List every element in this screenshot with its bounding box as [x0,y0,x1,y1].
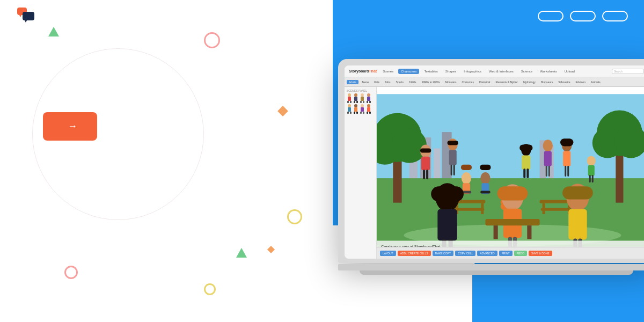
char-thumb[interactable] [360,104,365,114]
svg-point-32 [367,104,370,107]
sb-btn-save-done[interactable]: SAVE & DONE [529,251,552,256]
sb-toolbar-1940s[interactable]: 1940s [407,80,419,84]
sb-toolbar-silhouette[interactable]: Silhouette [556,80,572,84]
svg-point-88 [543,140,553,151]
svg-rect-91 [548,166,550,177]
sb-bottom-bar: LAYOUT ADD / CREATE CELLS MAKE COPY COPY… [377,247,644,259]
sb-tab-textables[interactable]: Textables [421,69,440,74]
logo[interactable] [16,6,40,26]
svg-rect-31 [363,112,364,114]
sb-tab-scenes[interactable]: Scenes [380,69,396,74]
sb-btn-copy-cell[interactable]: COPY CELL [455,251,475,256]
sb-btn-add-cells[interactable]: ADD / CREATE CELLS [398,251,431,256]
svg-rect-69 [453,165,455,175]
sb-btn-make-copy[interactable]: MAKE COPY [433,251,454,256]
sb-btn-redo[interactable]: REDO [514,251,527,256]
svg-rect-34 [367,112,368,114]
logo-icon [16,6,35,26]
svg-rect-85 [523,169,525,178]
login-button[interactable] [602,11,628,21]
svg-rect-110 [497,186,528,200]
svg-rect-98 [588,165,595,176]
sb-tab-upload[interactable]: Upload [562,69,577,74]
svg-rect-117 [494,225,498,239]
sb-toolbar-jobs[interactable]: Jobs [383,80,393,84]
svg-point-24 [354,104,357,107]
svg-rect-63 [423,170,425,179]
sb-toolbar-teens[interactable]: Teens [360,80,371,84]
nav-buttons [538,11,628,21]
svg-rect-6 [347,101,349,103]
sb-toolbar-elements[interactable]: Elements & Mythic [493,80,519,84]
svg-rect-64 [426,170,428,179]
laptop-mockup: StoryboardThat Scenes Characters Textabl… [327,27,644,306]
svg-rect-94 [565,166,566,177]
svg-rect-70 [448,141,458,145]
sb-btn-print[interactable]: PRINT [499,251,513,256]
svg-point-12 [361,93,364,97]
svg-rect-39 [434,148,440,181]
sb-main-canvas: Create your own at StoryboardThat LAYOUT… [377,87,644,259]
svg-rect-118 [527,225,531,239]
sb-nav-tabs: Scenes Characters Textables Shapes Infog… [380,69,577,74]
svg-rect-21 [348,107,351,112]
sb-toolbar-dinosaurs[interactable]: Dinosaurs [539,80,555,84]
svg-rect-14 [360,101,362,103]
sb-toolbar-1990s[interactable]: 1990s to 2000s [420,80,442,84]
svg-rect-9 [354,97,357,101]
sb-toolbar-edutoon[interactable]: Edutoon [573,80,588,84]
svg-rect-102 [437,209,457,241]
sb-toolbar-adults[interactable]: Adults [347,80,358,84]
sb-tab-web[interactable]: Web & Interfaces [486,69,516,74]
svg-rect-58 [541,208,572,211]
svg-rect-100 [592,175,594,182]
svg-rect-68 [451,165,452,175]
svg-rect-74 [461,165,472,170]
svg-rect-99 [589,175,591,182]
svg-rect-78 [480,165,491,170]
char-thumb[interactable] [347,93,352,103]
svg-rect-17 [367,97,370,101]
svg-point-4 [348,93,351,97]
sb-toolbar-costumes[interactable]: Costumes [459,80,476,84]
char-thumb[interactable] [347,104,352,114]
svg-rect-86 [526,169,529,178]
sb-toolbar-animals[interactable]: Animals [589,80,603,84]
sb-tab-worksheets[interactable]: Worksheets [537,69,560,74]
sb-tab-characters[interactable]: Characters [398,69,419,74]
sb-toolbar-monsters[interactable]: Monsters [443,80,459,84]
sb-btn-layout[interactable]: LAYOUT [380,251,396,256]
sb-search-box[interactable]: Search [612,69,644,74]
deco-diamond-salmon [267,246,275,253]
sb-content-area: SCENES PANEL [345,87,644,259]
sb-toolbar-mythology[interactable]: Mythology [521,80,538,84]
sb-toolbar-historical[interactable]: Historical [477,80,493,84]
char-thumb[interactable] [353,93,358,103]
sb-tab-science[interactable]: Science [518,69,535,74]
char-thumb[interactable] [353,104,358,114]
svg-rect-27 [356,112,358,114]
sb-tab-shapes[interactable]: Shapes [443,69,459,74]
svg-point-28 [361,104,364,107]
svg-rect-30 [360,112,362,114]
my-storyboards-button[interactable] [570,11,596,21]
sb-btn-advanced[interactable]: ADVANCED [477,251,497,256]
svg-rect-77 [480,191,490,193]
sb-toolbar-kids[interactable]: Kids [372,80,382,84]
char-thumb[interactable] [360,93,365,103]
laptop-foot [360,270,633,275]
svg-rect-22 [347,112,349,114]
sb-toolbar-sports[interactable]: Sports [394,80,406,84]
sb-section-label: SCENES PANEL [347,89,374,92]
char-thumb[interactable] [366,104,371,114]
sb-char-grid [347,93,374,114]
create-storyboard-button[interactable]: → [43,112,97,141]
sb-tab-infographics[interactable]: Infographics [461,69,484,74]
deco-circle-pink-bottom [64,266,78,279]
svg-point-97 [587,156,596,166]
hero-title [43,60,97,95]
pricing-button[interactable] [538,11,564,21]
char-thumb[interactable] [366,93,371,103]
svg-rect-25 [354,107,357,112]
sb-app-header: StoryboardThat Scenes Characters Textabl… [345,65,644,77]
